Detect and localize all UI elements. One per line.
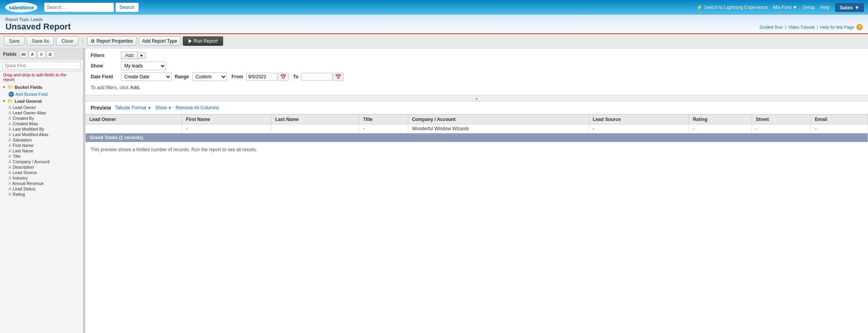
filter-list-btn[interactable]: ☰ bbox=[46, 51, 54, 58]
bucket-fields-header[interactable]: ▼ 📁 Bucket Fields bbox=[0, 84, 83, 91]
remove-all-columns-link[interactable]: Remove All Columns bbox=[175, 105, 218, 110]
tabular-format-label[interactable]: Tabular Format bbox=[115, 105, 146, 110]
to-label: To bbox=[293, 74, 299, 79]
video-tutorial-link[interactable]: Video Tutorial bbox=[789, 25, 815, 29]
close-button[interactable]: Close bbox=[56, 36, 78, 46]
search-box: Search bbox=[44, 3, 139, 12]
table-body: - - Wonderful Window Wizards - - - - Gra… bbox=[86, 124, 868, 142]
field-created-by[interactable]: A Created By bbox=[0, 116, 83, 121]
cell-street: - bbox=[751, 124, 811, 133]
cell-lead-owner bbox=[86, 124, 182, 133]
range-select[interactable]: Custom This Month Last Month bbox=[192, 72, 227, 81]
quick-find-input[interactable] bbox=[2, 62, 81, 69]
field-tree: ▼ 📁 Bucket Fields + Add Bucket Field ▼ 📁… bbox=[0, 83, 83, 333]
sidebar: Fields All A # ☰ Drag and drop to add fi… bbox=[0, 48, 83, 333]
field-salutation[interactable]: A Salutation bbox=[0, 137, 83, 143]
cell-title: - bbox=[359, 124, 408, 133]
filter-all-btn[interactable]: All bbox=[20, 51, 28, 58]
run-report-label: Run Report bbox=[194, 38, 217, 44]
report-properties-button[interactable]: ⚙ Report Properties bbox=[87, 36, 136, 46]
switch-lightning-label: Switch to Lightning Experience bbox=[704, 5, 768, 10]
show-preview-arrow[interactable]: ▼ bbox=[168, 106, 172, 110]
page-header-right: Guided Tour | Video Tutorial | Help for … bbox=[760, 24, 863, 32]
bucket-fields-label: Bucket Fields bbox=[15, 85, 43, 90]
sidebar-header: Fields All A # ☰ bbox=[0, 48, 83, 60]
field-icon: A bbox=[9, 187, 11, 191]
salesforce-logo: salesforce bbox=[4, 2, 39, 13]
save-as-button[interactable]: Save As bbox=[27, 36, 54, 46]
report-properties-icon: ⚙ bbox=[91, 38, 95, 44]
add-bucket-field-item[interactable]: + Add Bucket Field bbox=[0, 91, 83, 98]
table-header-row: Lead Owner First Name Last Name Title Co… bbox=[86, 115, 868, 124]
show-preview-label[interactable]: Show bbox=[155, 105, 167, 110]
field-icon: A bbox=[9, 171, 11, 175]
search-input[interactable] bbox=[44, 3, 114, 12]
field-industry[interactable]: A Industry bbox=[0, 175, 83, 181]
field-last-modified-alias[interactable]: A Last Modified Alias bbox=[0, 132, 83, 137]
field-lead-owner-alias[interactable]: A Lead Owner Alias bbox=[0, 110, 83, 116]
run-icon bbox=[189, 39, 192, 43]
cell-first-name: - bbox=[182, 124, 272, 133]
filter-num-btn[interactable]: # bbox=[38, 51, 45, 58]
save-button[interactable]: Save bbox=[4, 36, 24, 46]
add-bucket-label: Add Bucket Field bbox=[15, 92, 48, 97]
field-created-alias[interactable]: A Created Alias bbox=[0, 121, 83, 126]
field-icon: A bbox=[9, 105, 11, 110]
col-street: Street bbox=[751, 115, 811, 124]
field-description[interactable]: A Description bbox=[0, 164, 83, 170]
field-icon: A bbox=[9, 165, 11, 169]
date-field-select[interactable]: Create Date Last Modified Date bbox=[121, 72, 172, 81]
field-company-account[interactable]: A Company / Account bbox=[0, 159, 83, 164]
scroll-hint: ▲ bbox=[85, 95, 868, 102]
filter-alpha-btn[interactable]: A bbox=[29, 51, 36, 58]
field-lead-status[interactable]: A Lead Status bbox=[0, 186, 83, 192]
lightning-icon: ⚡ bbox=[696, 4, 703, 10]
search-button[interactable]: Search bbox=[115, 3, 139, 12]
user-menu[interactable]: Mia Ford ▼ bbox=[773, 5, 797, 10]
add-filter-dropdown-arrow[interactable]: ▼ bbox=[138, 52, 146, 59]
field-last-modified-by[interactable]: A Last Modified By bbox=[0, 126, 83, 132]
help-page-link[interactable]: Help for this Page bbox=[820, 25, 854, 29]
run-report-button[interactable]: Run Report bbox=[183, 36, 223, 46]
to-date-calendar-btn[interactable]: 📅 bbox=[333, 73, 344, 81]
field-last-name[interactable]: A Last Name bbox=[0, 148, 83, 154]
lead-general-toggle: ▼ bbox=[2, 99, 6, 103]
col-title: Title bbox=[359, 115, 408, 124]
filter-icons: All A # ☰ bbox=[20, 51, 54, 58]
sales-app-button[interactable]: Sales ▼ bbox=[835, 3, 864, 12]
cell-email: - bbox=[811, 124, 868, 133]
field-icon: A bbox=[9, 116, 11, 121]
guided-tour-link[interactable]: Guided Tour bbox=[760, 25, 783, 29]
add-filter-button[interactable]: Add bbox=[121, 52, 138, 59]
toolbar-divider: | bbox=[82, 38, 83, 44]
col-rating: Rating bbox=[689, 115, 751, 124]
col-lead-owner: Lead Owner bbox=[86, 115, 182, 124]
lead-general-header[interactable]: ▼ 📁 Lead General bbox=[0, 98, 83, 105]
filter-row-main: Filters Add ▼ bbox=[91, 52, 863, 59]
field-first-name[interactable]: A First Name bbox=[0, 143, 83, 148]
svg-text:salesforce: salesforce bbox=[9, 5, 34, 10]
report-table: Lead Owner First Name Last Name Title Co… bbox=[85, 114, 868, 142]
field-annual-revenue[interactable]: # Annual Revenue bbox=[0, 181, 83, 186]
field-rating[interactable]: A Rating bbox=[0, 192, 83, 197]
user-name-label: Mia Ford bbox=[773, 5, 791, 10]
field-lead-source[interactable]: A Lead Source bbox=[0, 170, 83, 175]
show-select[interactable]: My leads All leads My team's leads bbox=[121, 62, 166, 70]
preview-section: Preview Tabular Format ▼ Show ▼ Remove A… bbox=[85, 102, 868, 333]
from-date-input[interactable] bbox=[246, 73, 277, 81]
to-date-input[interactable] bbox=[301, 73, 332, 81]
bucket-toggle: ▼ bbox=[2, 85, 6, 89]
from-date-calendar-btn[interactable]: 📅 bbox=[278, 73, 289, 81]
field-icon: A bbox=[9, 138, 11, 142]
report-type-label: Report Type: Leads bbox=[5, 17, 71, 22]
field-title[interactable]: A Title bbox=[0, 154, 83, 159]
add-report-type-button[interactable]: Add Report Type bbox=[139, 36, 180, 46]
add-filter-dropdown: Add ▼ bbox=[121, 52, 146, 59]
tabular-format-arrow[interactable]: ▼ bbox=[148, 106, 151, 110]
help-link[interactable]: Help bbox=[820, 5, 830, 10]
setup-link[interactable]: Setup bbox=[803, 5, 815, 10]
switch-lightning-button[interactable]: ⚡ Switch to Lightning Experience bbox=[696, 4, 768, 10]
field-lead-owner[interactable]: A Lead Owner bbox=[0, 105, 83, 110]
from-date-container: 📅 bbox=[246, 73, 289, 81]
tabular-format-control: Tabular Format ▼ bbox=[115, 105, 151, 110]
